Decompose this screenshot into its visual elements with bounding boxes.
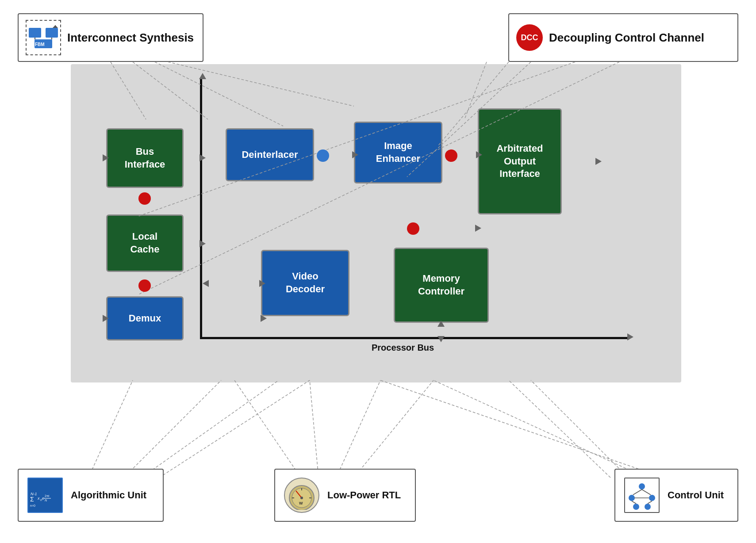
memory-controller-block: Memory Controller <box>394 248 489 323</box>
diagram-area: Processor Bus Bus Interface Local Cache … <box>71 64 681 382</box>
arrowhead-out-right <box>595 158 602 165</box>
interconnect-label: Interconnect Synthesis <box>67 31 194 45</box>
horizontal-axis-arrowhead <box>627 333 633 340</box>
svg-point-46 <box>639 483 645 489</box>
horizontal-axis <box>200 337 629 339</box>
svg-text:x: x <box>37 496 40 501</box>
svg-line-53 <box>632 501 636 504</box>
arrowhead-memctrl-up <box>437 321 445 327</box>
dcc-label: Decoupling Control Channel <box>549 31 704 45</box>
deinterlacer-block: Deinterlacer <box>226 128 314 181</box>
arrowhead-in-bus <box>103 154 109 161</box>
svg-rect-1 <box>46 28 58 38</box>
arrowhead-vdec-r <box>259 280 265 287</box>
interconnect-synthesis-legend: FBM Interconnect Synthesis <box>18 13 203 62</box>
red-dot-1 <box>138 192 151 205</box>
v-videodec-bus <box>71 84 73 160</box>
svg-line-26 <box>531 380 628 478</box>
svg-point-50 <box>645 504 651 510</box>
arbitrated-output-block: Arbitrated Output Interface <box>478 108 562 214</box>
svg-point-44 <box>300 497 303 499</box>
arrowhead-memctrl-down <box>437 336 445 342</box>
arrowhead-blue-enhancer <box>352 151 358 158</box>
arrowhead-in-demux <box>103 315 109 322</box>
svg-line-22 <box>310 380 319 478</box>
arrowhead-vdec-l <box>203 280 209 287</box>
lowpower-label: Low-Power RTL <box>327 489 401 501</box>
dcc-legend: DCC Decoupling Control Channel <box>508 13 738 62</box>
red-dot-4 <box>407 222 419 235</box>
video-decoder-block: Video Decoder <box>261 250 349 316</box>
local-cache-block: Local Cache <box>106 214 184 272</box>
svg-line-54 <box>648 501 652 504</box>
lowpower-rtl-legend: W Low-Power RTL <box>274 469 416 522</box>
vertical-axis <box>200 77 202 338</box>
svg-point-47 <box>629 495 635 501</box>
svg-text:Σ: Σ <box>30 496 34 503</box>
arrowhead-hbus-line <box>475 225 481 232</box>
bus-interface-block: Bus Interface <box>106 128 184 188</box>
svg-text:n=0: n=0 <box>30 504 35 507</box>
svg-line-18 <box>124 380 221 478</box>
control-unit-legend: Control Unit <box>614 469 738 522</box>
svg-line-52 <box>642 489 651 495</box>
svg-text:N: N <box>45 499 47 502</box>
red-dot-3 <box>445 149 457 162</box>
svg-point-48 <box>649 495 655 501</box>
svg-point-49 <box>633 504 639 510</box>
red-dot-2 <box>138 279 151 292</box>
demux-block: Demux <box>106 296 184 340</box>
vertical-axis-arrowhead <box>199 73 206 79</box>
svg-rect-0 <box>29 28 41 38</box>
control-icon <box>624 478 660 513</box>
arrowhead-cache-right <box>200 240 206 247</box>
svg-line-20 <box>159 380 310 478</box>
algorithmic-unit-legend: N-1 Σ n=0 x n e 2πi N Algorithmic Unit <box>18 469 164 522</box>
processor-bus-label: Processor Bus <box>372 343 434 353</box>
svg-line-25 <box>509 380 610 478</box>
h-bus-line <box>71 82 301 84</box>
svg-text:FBM: FBM <box>35 42 45 47</box>
svg-text:2πi: 2πi <box>45 494 50 497</box>
image-enhancer-block: Image Enhancer <box>354 122 442 184</box>
svg-line-27 <box>434 380 646 478</box>
svg-line-23 <box>336 380 380 478</box>
algorithmic-label: Algorithmic Unit <box>71 489 146 501</box>
algorithmic-icon: N-1 Σ n=0 x n e 2πi N <box>27 478 63 513</box>
svg-line-21 <box>234 380 301 478</box>
arrowhead-red-output <box>476 151 482 158</box>
svg-text:W: W <box>299 501 303 505</box>
v-memctrl-bus <box>71 161 73 177</box>
svg-line-24 <box>354 380 434 478</box>
svg-line-19 <box>142 380 279 478</box>
svg-line-28 <box>380 380 664 478</box>
control-label: Control Unit <box>668 489 724 501</box>
arrowhead-demux-right <box>261 315 267 322</box>
arrowhead-bus-axis <box>200 154 206 161</box>
svg-line-17 <box>88 380 133 478</box>
interconnect-icon: FBM <box>26 20 61 55</box>
dcc-icon: DCC <box>516 24 543 51</box>
blue-dot-1 <box>317 149 329 162</box>
lowpower-icon: W <box>284 478 319 513</box>
svg-line-51 <box>633 489 642 495</box>
